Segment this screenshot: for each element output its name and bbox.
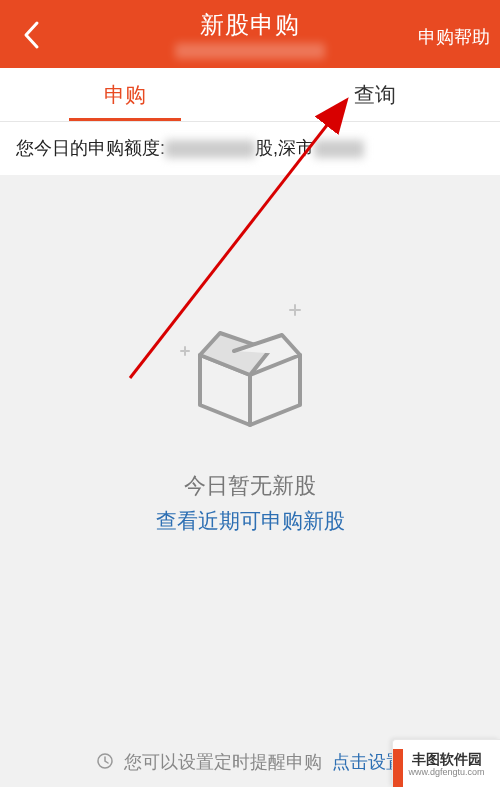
clock-icon [96, 752, 114, 775]
footer-tip-text: 您可以设置定时提醒申购 [124, 752, 322, 772]
quota-prefix: 您今日的申购额度: [16, 138, 165, 158]
quota-mid: 股,深市 [255, 138, 314, 158]
empty-title: 今日暂无新股 [0, 471, 500, 501]
tab-query[interactable]: 查询 [250, 68, 500, 121]
chevron-left-icon [22, 20, 40, 50]
quota-sz-value-redacted [314, 140, 364, 158]
help-button[interactable]: 申购帮助 [418, 0, 490, 68]
tab-bar: 申购 查询 [0, 68, 500, 122]
quota-text: 您今日的申购额度:股,深市 [0, 122, 500, 175]
empty-link[interactable]: 查看近期可申购新股 [0, 507, 500, 535]
account-subtitle-redacted [175, 43, 325, 59]
empty-box-icon [170, 295, 330, 439]
quota-sh-value-redacted [165, 140, 255, 158]
tab-apply[interactable]: 申购 [0, 68, 250, 121]
watermark-url: www.dgfengtu.com [408, 767, 484, 777]
empty-state: 今日暂无新股 查看近期可申购新股 [0, 175, 500, 735]
back-button[interactable] [14, 18, 48, 52]
watermark: 丰图软件园 www.dgfengtu.com [392, 739, 500, 787]
